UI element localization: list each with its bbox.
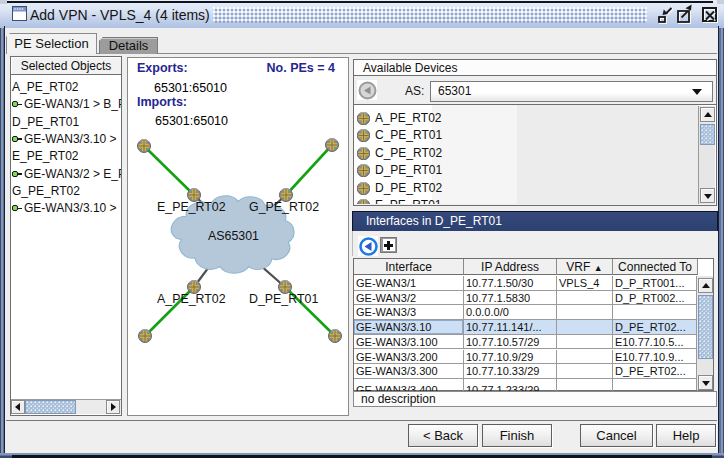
svg-text:E_PE_RT02: E_PE_RT02 [157,200,226,214]
svg-text:G_PE_RT02: G_PE_RT02 [249,200,319,214]
svg-text:A_PE_RT02: A_PE_RT02 [157,292,226,306]
svg-text:AS65301: AS65301 [208,229,259,243]
svg-text:D_PE_RT01: D_PE_RT01 [249,292,318,306]
